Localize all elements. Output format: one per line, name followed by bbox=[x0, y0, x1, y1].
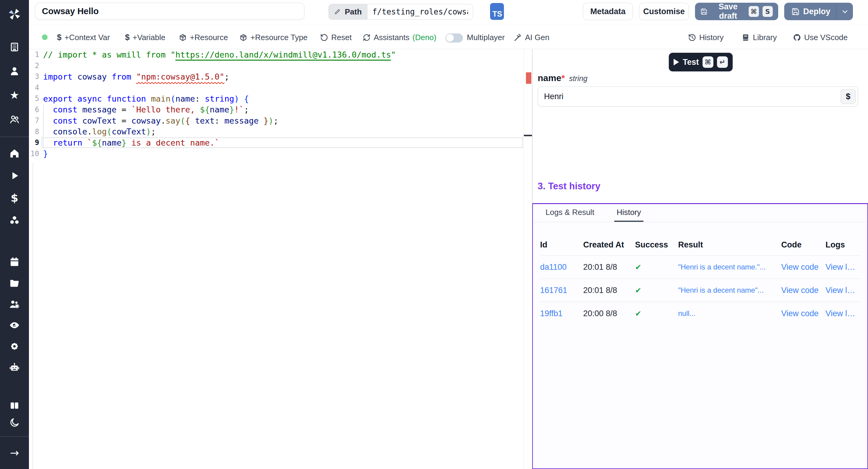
users-icon bbox=[9, 114, 20, 125]
sidebar-dollar-button[interactable]: $ bbox=[0, 187, 29, 209]
code-line-8[interactable]: 8 console.log(cowText); bbox=[29, 126, 524, 137]
deploy-button[interactable]: Deploy bbox=[784, 3, 853, 20]
sidebar-group-1: $ bbox=[0, 142, 29, 231]
code-line-2[interactable]: 2 bbox=[29, 60, 524, 71]
tab-history[interactable]: History bbox=[614, 204, 644, 222]
code-text: console.log(cowText); bbox=[43, 127, 156, 136]
run-created-at: 20:00 8/8 bbox=[583, 309, 635, 318]
run-result-link[interactable]: "Henri is a decent name."... bbox=[678, 263, 781, 271]
code-line-9[interactable]: 9 return `${name} is a decent name.` bbox=[29, 137, 524, 148]
deploy-main[interactable]: Deploy bbox=[784, 3, 836, 20]
sidebar-items: ★$→ bbox=[0, 29, 29, 464]
add-resource-type-button[interactable]: +Resource Type bbox=[239, 29, 308, 46]
path-input[interactable] bbox=[367, 4, 473, 20]
add-variable-button[interactable]: $ +Variable bbox=[125, 29, 165, 46]
multiplayer-toggle[interactable] bbox=[445, 33, 463, 42]
chevron-down-icon bbox=[841, 7, 849, 16]
user-settings-icon bbox=[9, 299, 20, 310]
save-draft-button[interactable]: Save draft ⌘ S bbox=[695, 3, 778, 20]
metadata-button[interactable]: Metadata bbox=[583, 3, 633, 20]
sidebar-folder-button[interactable] bbox=[0, 273, 29, 293]
run-result-link[interactable]: null... bbox=[678, 309, 781, 318]
test-history-heading: 3. Test history bbox=[538, 181, 600, 192]
sidebar-group-3 bbox=[0, 397, 29, 431]
code-line-1[interactable]: 1// import * as wmill from "https://deno… bbox=[29, 49, 524, 60]
sidebar-user-settings-button[interactable] bbox=[0, 293, 29, 315]
line-number: 7 bbox=[29, 116, 39, 125]
history-button[interactable]: History bbox=[688, 29, 724, 46]
code-line-4[interactable]: 4 bbox=[29, 82, 524, 93]
variable-picker-button[interactable]: $ bbox=[841, 89, 856, 104]
sidebar-cubes-button[interactable] bbox=[0, 209, 29, 231]
customise-button[interactable]: Customise bbox=[639, 3, 689, 20]
run-success-icon: ✔ bbox=[635, 309, 678, 318]
code-line-10[interactable]: 10} bbox=[29, 148, 524, 159]
book-icon bbox=[742, 33, 750, 41]
tab-logs-result[interactable]: Logs & Result bbox=[543, 204, 597, 222]
sidebar-eye-button[interactable] bbox=[0, 315, 29, 336]
sidebar-users-button[interactable] bbox=[0, 107, 29, 131]
sidebar-play-button[interactable] bbox=[0, 164, 29, 187]
save-draft-label: Save draft bbox=[711, 2, 745, 21]
run-id-link[interactable]: 161761 bbox=[540, 286, 583, 295]
add-context-var-button[interactable]: $ +Context Var bbox=[57, 29, 110, 46]
sidebar-divider bbox=[0, 436, 29, 437]
sidebar-star-button[interactable]: ★ bbox=[0, 83, 29, 107]
run-id-link[interactable]: 19ffb1 bbox=[540, 309, 583, 318]
test-button[interactable]: Test ⌘ ↵ bbox=[669, 53, 733, 71]
argument-value-input[interactable] bbox=[538, 87, 858, 107]
code-editor[interactable]: 1// import * as wmill from "https://deno… bbox=[29, 49, 524, 469]
sidebar-user-button[interactable] bbox=[0, 59, 29, 83]
run-id-link[interactable]: da1100 bbox=[540, 262, 583, 272]
play-icon bbox=[9, 170, 20, 181]
script-title-input[interactable] bbox=[35, 3, 304, 20]
path-label: Path bbox=[345, 7, 362, 17]
sidebar-robot-button[interactable] bbox=[0, 357, 29, 378]
code-text: import cowsay from "npm:cowsay@1.5.0"; bbox=[43, 72, 229, 82]
edit-path-button[interactable]: Path bbox=[329, 4, 367, 20]
deploy-dropdown-button[interactable] bbox=[836, 3, 853, 20]
typescript-badge: TS bbox=[490, 3, 504, 20]
sidebar-book-button[interactable] bbox=[0, 397, 29, 414]
sidebar-moon-button[interactable] bbox=[0, 414, 29, 431]
sidebar-calendar-button[interactable] bbox=[0, 251, 29, 273]
run-result-link[interactable]: "Henri is a decent name"... bbox=[678, 286, 781, 294]
home-icon bbox=[9, 148, 20, 159]
code-line-7[interactable]: 7 const cowText = cowsay.say({ text: mes… bbox=[29, 115, 524, 126]
robot-icon bbox=[9, 362, 20, 373]
view-code-link[interactable]: View code bbox=[781, 262, 826, 272]
view-code-link[interactable]: View code bbox=[781, 309, 826, 318]
required-mark: * bbox=[561, 73, 565, 83]
overview-ruler[interactable] bbox=[524, 49, 532, 469]
path-group: Path bbox=[329, 4, 473, 20]
use-vscode-button[interactable]: Use VScode bbox=[793, 29, 848, 46]
sidebar-home-button[interactable] bbox=[0, 142, 29, 164]
code-line-5[interactable]: 5export async function main(name: string… bbox=[29, 93, 524, 104]
windmill-script-editor: ★$→ Path TS Metadata Customise Save draf… bbox=[0, 0, 868, 469]
dollar-icon: $ bbox=[57, 33, 61, 42]
view-logs-link[interactable]: View logs bbox=[826, 309, 860, 318]
add-resource-button[interactable]: +Resource bbox=[179, 29, 228, 46]
sidebar-gear-button[interactable] bbox=[0, 336, 29, 357]
rotate-ccw-icon bbox=[320, 33, 328, 41]
reset-button[interactable]: Reset bbox=[320, 29, 352, 46]
code-text: const cowText = cowsay.say({ text: messa… bbox=[43, 116, 278, 125]
library-button[interactable]: Library bbox=[742, 29, 777, 46]
view-code-link[interactable]: View code bbox=[781, 286, 826, 295]
view-logs-link[interactable]: View logs bbox=[826, 262, 860, 272]
ai-gen-button[interactable]: AI Gen bbox=[514, 29, 550, 46]
folder-icon bbox=[9, 278, 20, 288]
kbd-cmd: ⌘ bbox=[749, 6, 759, 17]
line-number: 10 bbox=[29, 150, 39, 158]
sidebar-building-button[interactable] bbox=[0, 35, 29, 59]
code-line-6[interactable]: 6 const message = `Hello there, ${name}!… bbox=[29, 104, 524, 116]
history-tabs: Logs & ResultHistory bbox=[533, 204, 867, 222]
sidebar-group-0: ★ bbox=[0, 35, 29, 131]
argument-name: name* bbox=[538, 73, 565, 83]
assistants-button[interactable]: Assistants (Deno) bbox=[363, 29, 436, 46]
sidebar-arrow-right-button[interactable]: → bbox=[0, 442, 29, 464]
code-line-3[interactable]: 3import cowsay from "npm:cowsay@1.5.0"; bbox=[29, 71, 524, 82]
line-number: 8 bbox=[29, 127, 39, 136]
windmill-logo[interactable] bbox=[0, 0, 29, 29]
view-logs-link[interactable]: View logs bbox=[826, 286, 860, 295]
